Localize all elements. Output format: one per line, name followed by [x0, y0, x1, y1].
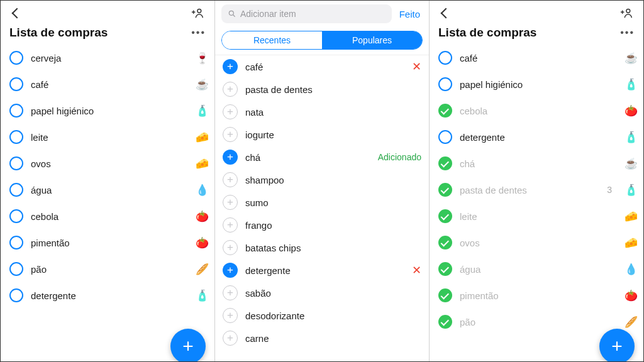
checkbox[interactable] — [438, 209, 452, 223]
checkbox[interactable] — [9, 209, 23, 223]
item-label: café — [31, 79, 187, 90]
search-placeholder: Adicionar item — [240, 9, 296, 19]
add-suggestion-button[interactable]: + — [223, 240, 238, 255]
add-suggestion-button[interactable]: + — [223, 217, 238, 233]
suggestion-row[interactable]: +desodorizante — [215, 304, 429, 327]
list-title: Lista de compras — [438, 26, 536, 40]
checkbox[interactable] — [438, 236, 452, 250]
add-person-button[interactable] — [189, 4, 207, 22]
checkbox[interactable] — [9, 130, 23, 144]
add-suggestion-button[interactable]: + — [223, 285, 238, 300]
list-item[interactable]: chá☕ — [438, 150, 638, 177]
checkbox[interactable] — [438, 77, 452, 91]
checkbox[interactable] — [438, 156, 452, 170]
more-menu[interactable]: ••• — [620, 27, 635, 38]
checkbox[interactable] — [438, 262, 452, 276]
suggestion-row[interactable]: +cháAdicionado — [215, 146, 429, 168]
list-item[interactable]: água💧 — [9, 177, 209, 203]
item-icon: 🧀 — [623, 236, 638, 250]
item-label: água — [460, 264, 616, 275]
add-suggestion-button[interactable]: + — [223, 172, 238, 187]
checkbox[interactable] — [438, 51, 452, 65]
checkbox[interactable] — [438, 104, 452, 118]
checkbox[interactable] — [9, 236, 23, 250]
suggestion-row[interactable]: +detergente✕ — [215, 259, 429, 282]
add-suggestion-button[interactable]: + — [223, 59, 238, 74]
list-item[interactable]: ovos🧀 — [438, 229, 638, 256]
done-button[interactable]: Feito — [397, 9, 423, 19]
list-item[interactable]: pão🥖 — [9, 256, 209, 282]
list-item[interactable]: cerveja🍷 — [9, 45, 209, 71]
tab-recent[interactable]: Recentes — [222, 31, 322, 49]
item-icon: 🧴 — [194, 104, 209, 118]
suggestion-label: desodorizante — [245, 310, 421, 321]
item-icon: 🍅 — [623, 104, 638, 118]
segmented-control: Recentes Populares — [221, 31, 423, 50]
item-label: detergente — [31, 290, 187, 301]
checkbox[interactable] — [438, 130, 452, 144]
checkbox[interactable] — [9, 288, 23, 302]
list-item[interactable]: leite🧀 — [9, 124, 209, 150]
back-button[interactable] — [8, 4, 26, 22]
checkbox[interactable] — [9, 51, 23, 65]
checkbox[interactable] — [438, 288, 452, 302]
suggestion-row[interactable]: +carne — [215, 327, 429, 349]
item-label: detergente — [460, 132, 616, 143]
suggestion-row[interactable]: +frango — [215, 214, 429, 236]
suggestion-label: sabão — [245, 288, 421, 299]
item-icon: 🧴 — [194, 289, 209, 302]
search-input[interactable]: Adicionar item — [221, 4, 392, 23]
list-item[interactable]: ovos🧀 — [9, 150, 209, 177]
list-item[interactable]: café☕ — [438, 45, 638, 71]
checkbox[interactable] — [9, 77, 23, 91]
checkbox[interactable] — [438, 183, 452, 197]
checkbox[interactable] — [9, 104, 23, 118]
suggestion-row[interactable]: +sabão — [215, 282, 429, 304]
add-item-fab[interactable]: + — [170, 329, 206, 361]
more-menu[interactable]: ••• — [191, 27, 206, 38]
list-item[interactable]: pimentão🍅 — [438, 282, 638, 309]
suggestion-row[interactable]: +shampoo — [215, 168, 429, 191]
suggestion-row[interactable]: +café✕ — [215, 55, 429, 78]
checkbox[interactable] — [9, 183, 23, 197]
list-item[interactable]: detergente🧴 — [9, 282, 209, 309]
suggestion-row[interactable]: +batatas chips — [215, 236, 429, 259]
item-label: papel higiénico — [31, 106, 187, 116]
add-suggestion-button[interactable]: + — [223, 150, 238, 165]
add-person-button[interactable] — [618, 4, 636, 22]
list-item[interactable]: água💧 — [438, 256, 638, 282]
list-item[interactable]: cebola🍅 — [9, 203, 209, 229]
suggestion-row[interactable]: +iogurte — [215, 123, 429, 146]
suggestion-row[interactable]: +sumo — [215, 191, 429, 214]
item-icon: 🥖 — [623, 315, 638, 329]
tab-popular[interactable]: Populares — [322, 31, 422, 49]
add-suggestion-button[interactable]: + — [223, 104, 238, 119]
list-item[interactable]: pasta de dentes3🧴 — [438, 177, 638, 203]
checkbox[interactable] — [9, 156, 23, 170]
add-suggestion-button[interactable]: + — [223, 331, 238, 346]
remove-icon[interactable]: ✕ — [412, 263, 421, 277]
add-item-fab[interactable]: + — [599, 329, 635, 361]
add-suggestion-button[interactable]: + — [223, 308, 238, 323]
list-item[interactable]: café☕ — [9, 71, 209, 97]
back-button[interactable] — [437, 4, 455, 22]
add-suggestion-button[interactable]: + — [223, 195, 238, 210]
list-item[interactable]: papel higiénico🧴 — [9, 97, 209, 124]
list-item[interactable]: pimentão🍅 — [9, 229, 209, 256]
list-item[interactable]: detergente🧴 — [438, 124, 638, 150]
checkbox[interactable] — [438, 315, 452, 329]
add-suggestion-button[interactable]: + — [223, 82, 238, 97]
add-suggestion-button[interactable]: + — [223, 263, 238, 278]
item-icon: ☕ — [623, 157, 638, 170]
checkbox[interactable] — [9, 262, 23, 276]
add-suggestion-button[interactable]: + — [223, 127, 238, 142]
suggestion-row[interactable]: +nata — [215, 101, 429, 123]
list-item[interactable]: papel higiénico🧴 — [438, 71, 638, 97]
suggestion-row[interactable]: +pasta de dentes — [215, 78, 429, 101]
remove-icon[interactable]: ✕ — [412, 60, 421, 74]
list-item[interactable]: cebola🍅 — [438, 97, 638, 124]
list-item[interactable]: leite🧀 — [438, 203, 638, 229]
item-label: ovos — [31, 158, 187, 169]
item-qty: 3 — [607, 185, 612, 195]
suggestion-label: pasta de dentes — [245, 84, 421, 95]
